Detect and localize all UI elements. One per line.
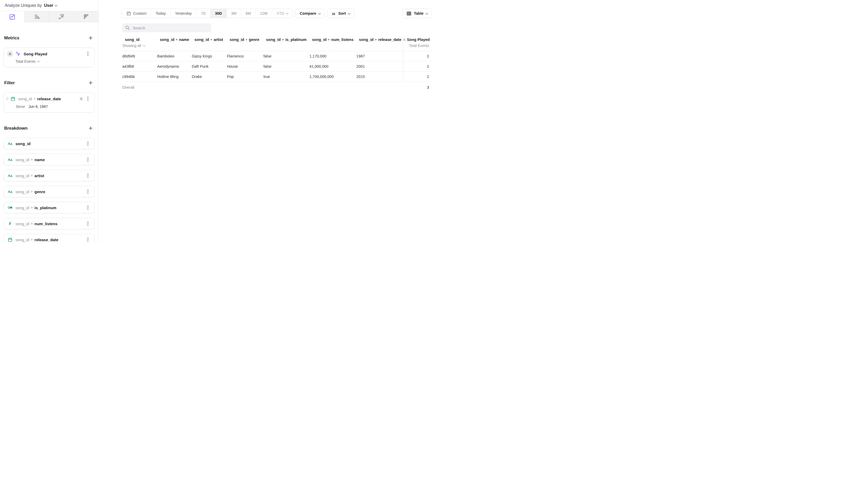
- sort-button[interactable]: Sort: [327, 9, 354, 18]
- metrics-section-head: Metrics: [4, 34, 94, 41]
- report-content: CustomTodayYesterday7D30D3M6M12MXTD Comp…: [98, 0, 434, 243]
- breadcrumb-caret-icon: [34, 98, 35, 100]
- range-12m[interactable]: 12M: [255, 9, 272, 18]
- column-header-num_listens[interactable]: song_idnum_listens: [309, 37, 356, 42]
- text-type-icon: Aa: [7, 174, 13, 178]
- range-30d[interactable]: 30D: [210, 9, 226, 18]
- analysis-header: Analyze Uniques by User: [0, 0, 98, 11]
- breakdown-item[interactable]: Aasong_idgenre: [4, 186, 94, 198]
- breadcrumb-parent: song_id: [194, 37, 209, 42]
- breakdown-options-button[interactable]: [85, 156, 91, 163]
- breadcrumb-caret-icon: [31, 222, 33, 225]
- kebab-icon: [87, 175, 88, 176]
- cell: 1,700,000,000: [309, 74, 356, 79]
- text-type-icon: Aa: [7, 158, 13, 162]
- tab-line-chart[interactable]: [0, 11, 24, 22]
- breakdown-list: Aasong_id Aasong_idname Aasong_idartist …: [4, 138, 94, 243]
- breadcrumb-caret-icon: [31, 207, 33, 209]
- column-header-is_platinum[interactable]: song_idis_platinum: [264, 37, 309, 42]
- chevron-down-icon: [286, 11, 289, 14]
- search-icon: [125, 26, 130, 30]
- search-input[interactable]: [132, 26, 208, 30]
- breakdown-item[interactable]: Aasong_idartist: [4, 170, 94, 181]
- query-builder-body: Metrics A Song Played Total Events: [0, 22, 98, 243]
- breakdown-item[interactable]: song_idis_platinum: [4, 202, 94, 213]
- column-header-release_date[interactable]: song_idrelease_date: [356, 37, 403, 42]
- filter-operator[interactable]: Since: [16, 104, 25, 109]
- tab-flow[interactable]: [49, 11, 74, 22]
- breadcrumb-parent: song_id: [229, 37, 244, 42]
- breadcrumb-caret-icon: [176, 39, 177, 40]
- table-row: d8d949BamboleoGipsy KingsFlamencofalse1,…: [122, 51, 432, 61]
- add-breakdown-button[interactable]: [87, 125, 94, 131]
- tab-dot-grid[interactable]: [73, 11, 98, 22]
- date-range-picker: CustomTodayYesterday7D30D3M6M12MXTD: [122, 9, 293, 18]
- range-yesterday[interactable]: Yesterday: [170, 9, 196, 18]
- filter-card[interactable]: song_id release_date Since Jun 6, 1987: [4, 92, 94, 113]
- add-filter-button[interactable]: [87, 79, 94, 86]
- range-7d[interactable]: 7D: [196, 9, 211, 18]
- breadcrumb-property: num_listens: [332, 37, 354, 42]
- range-3m[interactable]: 3M: [226, 9, 241, 18]
- range-custom[interactable]: Custom: [122, 9, 151, 18]
- click-event-icon: [16, 51, 21, 57]
- metric-card[interactable]: A Song Played Total Events: [4, 48, 94, 67]
- breadcrumb-caret-icon: [31, 175, 33, 177]
- remove-filter-button[interactable]: [78, 95, 84, 102]
- range-xtd[interactable]: XTD: [272, 9, 292, 18]
- breadcrumb-caret-icon: [31, 158, 33, 161]
- drag-handle-icon[interactable]: [6, 97, 8, 100]
- breakdown-item[interactable]: song_idrelease_date by Year: [4, 234, 94, 243]
- column-header-name[interactable]: song_idname: [157, 37, 192, 42]
- add-metric-button[interactable]: [87, 34, 94, 41]
- showing-all-filter[interactable]: Showing all: [122, 43, 157, 48]
- cell: Hotline Bling: [157, 74, 192, 79]
- breakdown-options-button[interactable]: [85, 205, 91, 211]
- tab-bar-chart[interactable]: [24, 11, 49, 22]
- breadcrumb-parent: song_id: [160, 37, 175, 42]
- breadcrumb-caret-icon: [211, 39, 212, 40]
- cell: a43fb8: [122, 64, 157, 68]
- kebab-icon: [87, 159, 88, 160]
- breakdown-options-button[interactable]: [85, 220, 91, 227]
- breadcrumb-caret-icon: [329, 39, 330, 40]
- view-selector-button[interactable]: Table: [402, 9, 432, 18]
- metric-cell: 1: [403, 64, 432, 68]
- breadcrumb-parent: song_id: [312, 37, 327, 42]
- results-table: song_idShowing allsong_idnamesong_idarti…: [122, 36, 432, 93]
- breakdown-options-button[interactable]: [85, 188, 91, 195]
- breadcrumb-parent: song_id: [16, 157, 29, 162]
- breakdown-item[interactable]: Aasong_idname: [4, 154, 94, 165]
- column-header-song_id[interactable]: song_idShowing all: [122, 37, 157, 48]
- entity-value: User: [44, 3, 53, 8]
- text-type-icon: Aa: [7, 190, 13, 194]
- metric-column-divider: [403, 36, 403, 82]
- column-header-genre[interactable]: song_idgenre: [227, 37, 264, 42]
- filter-value[interactable]: Jun 6, 1987: [29, 104, 48, 109]
- breadcrumb-parent: song_id: [16, 189, 29, 194]
- range-today[interactable]: Today: [151, 9, 170, 18]
- breakdown-options-button[interactable]: [85, 237, 91, 243]
- line-chart-icon: [9, 13, 16, 20]
- cell: 1,170,000: [309, 54, 356, 58]
- metric-column-header[interactable]: ASong PlayedTotal Events: [403, 37, 432, 48]
- breakdown-options-button[interactable]: [85, 173, 91, 179]
- kebab-icon: [87, 53, 88, 54]
- aggregation-selector[interactable]: Total Events: [16, 59, 91, 63]
- search-bar: [122, 23, 211, 32]
- cell: Pop: [227, 74, 264, 79]
- breadcrumb-property: release_date: [378, 37, 401, 42]
- cell: Flamenco: [227, 54, 264, 58]
- breakdown-item[interactable]: #song_idnum_listens: [4, 218, 94, 230]
- compare-button[interactable]: Compare: [296, 9, 324, 18]
- filter-breadcrumb[interactable]: song_id release_date: [18, 97, 61, 101]
- range-6m[interactable]: 6M: [241, 9, 255, 18]
- breakdown-item[interactable]: Aasong_id: [4, 138, 94, 149]
- breadcrumb-caret-icon: [375, 39, 376, 40]
- filter-options-button[interactable]: [85, 95, 91, 102]
- column-header-artist[interactable]: song_idartist: [192, 37, 227, 42]
- chevron-down-icon: [37, 60, 40, 62]
- metric-options-button[interactable]: [85, 51, 91, 57]
- entity-selector[interactable]: User: [44, 3, 57, 8]
- breakdown-options-button[interactable]: [85, 141, 91, 147]
